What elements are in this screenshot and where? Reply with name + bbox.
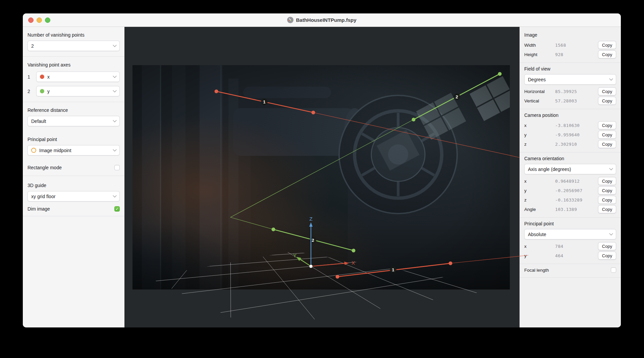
copy-orient-x-button[interactable]: Copy [598, 177, 616, 185]
copy-orient-y-button[interactable]: Copy [598, 186, 616, 194]
cam-pos-z-value: 2.302910 [555, 142, 598, 147]
orientation-mode-value: Axis angle (degrees) [528, 167, 610, 172]
orient-z-value: -0.1633289 [555, 197, 598, 203]
copy-fov-horizontal-button[interactable]: Copy [598, 87, 616, 95]
minimize-button[interactable] [37, 17, 42, 23]
divider [520, 109, 621, 109]
divider [23, 56, 124, 57]
principal-point-value: Image midpoint [39, 148, 113, 153]
chevron-down-icon [609, 231, 613, 235]
settings-sidebar: Number of vanishing points 2 Vanishing p… [23, 27, 124, 327]
vp1-axis-select[interactable]: x [36, 72, 120, 82]
image-canvas[interactable]: 1 1 2 2 [124, 27, 520, 327]
chevron-down-icon [113, 74, 116, 78]
divider [520, 217, 621, 218]
vp1-index: 1 [28, 74, 32, 80]
orient-angle-value: 103.1389 [555, 207, 598, 212]
checkmark-icon: ✓ [115, 207, 119, 211]
rectangle-mode-checkbox[interactable] [114, 165, 120, 170]
cam-pos-z-label: z [524, 142, 555, 147]
titlebar: BathHouseINTPump.fspy [23, 13, 621, 27]
vp2-axis-select[interactable]: y [36, 86, 120, 96]
orient-angle-label: Angle [524, 207, 555, 212]
width-value: 1568 [555, 43, 598, 48]
copy-orient-angle-button[interactable]: Copy [598, 205, 616, 213]
copy-pp-x-button[interactable]: Copy [598, 242, 616, 250]
cam-pos-y-label: y [524, 132, 555, 137]
vp-count-label: Number of vanishing points [28, 32, 120, 38]
image-header: Image [524, 32, 616, 38]
pp-y-label: y [524, 253, 555, 258]
cam-pos-y-value: -9.959640 [555, 132, 598, 137]
principal-point-mode-select[interactable]: Absolute [524, 229, 616, 239]
copy-pp-y-button[interactable]: Copy [598, 252, 616, 260]
focal-length-checkbox[interactable] [611, 267, 616, 273]
vp-count-value: 2 [31, 43, 113, 49]
copy-fov-vertical-button[interactable]: Copy [598, 97, 616, 105]
principal-point-icon [31, 148, 36, 153]
results-panel: Image Width 1568 Copy Height 928 Copy Fi… [520, 27, 621, 327]
copy-cam-pos-x-button[interactable]: Copy [598, 121, 616, 129]
vp2-index: 2 [28, 89, 32, 94]
orient-x-label: x [524, 179, 555, 184]
divider [23, 216, 124, 216]
guide-3d-value: xy grid floor [31, 194, 113, 199]
vp2-color-dot-icon [40, 89, 44, 93]
traffic-lights [28, 13, 50, 27]
vp-count-select[interactable]: 2 [28, 41, 120, 51]
title-wrap: BathHouseINTPump.fspy [287, 17, 356, 23]
orient-y-label: y [524, 188, 555, 193]
focal-length-label: Focal length [524, 268, 549, 273]
divider [520, 62, 621, 63]
principal-point-label: Principal point [28, 137, 120, 142]
height-value: 928 [555, 52, 598, 57]
chevron-down-icon [113, 43, 116, 47]
cam-pos-x-value: -3.810630 [555, 123, 598, 128]
fspy-app-icon [287, 17, 293, 23]
principal-point-header: Principal point [524, 221, 616, 226]
pp-x-label: x [524, 244, 555, 249]
reference-distance-select[interactable]: Default [28, 116, 120, 126]
chevron-down-icon [113, 88, 116, 92]
reference-distance-value: Default [31, 119, 113, 124]
chevron-down-icon [113, 147, 116, 151]
dim-image-checkbox[interactable]: ✓ [114, 206, 120, 212]
fov-unit-value: Degrees [528, 77, 610, 82]
orient-z-label: z [524, 197, 555, 203]
screen: BathHouseINTPump.fspy Number of vanishin… [0, 0, 644, 358]
chevron-down-icon [609, 77, 613, 80]
orient-y-value: -0.2056907 [555, 188, 598, 193]
principal-point-select[interactable]: Image midpoint [28, 145, 120, 155]
width-label: Width [524, 43, 555, 48]
divider [520, 264, 621, 264]
copy-cam-pos-y-button[interactable]: Copy [598, 131, 616, 139]
principal-point-mode-value: Absolute [528, 232, 610, 237]
vp1-axis-value: x [47, 74, 113, 80]
guide-3d-select[interactable]: xy grid floor [28, 191, 120, 202]
orientation-mode-select[interactable]: Axis angle (degrees) [524, 164, 616, 174]
chevron-down-icon [113, 193, 116, 197]
fov-horizontal-label: Horizontal [524, 89, 555, 94]
close-button[interactable] [28, 17, 34, 23]
zoom-button[interactable] [45, 17, 50, 23]
divider [23, 102, 124, 102]
copy-orient-z-button[interactable]: Copy [598, 196, 616, 204]
chevron-down-icon [609, 166, 613, 170]
fov-vertical-value: 57.28003 [555, 98, 598, 103]
fov-unit-select[interactable]: Degrees [524, 74, 616, 85]
chevron-down-icon [113, 118, 116, 122]
divider [23, 176, 124, 176]
height-label: Height [524, 52, 555, 57]
copy-cam-pos-z-button[interactable]: Copy [598, 140, 616, 148]
camera-position-header: Camera position [524, 113, 616, 118]
divider [520, 152, 621, 152]
vp2-axis-value: y [47, 89, 113, 94]
photo [132, 65, 510, 289]
copy-width-button[interactable]: Copy [598, 41, 616, 49]
fov-header: Field of view [524, 66, 616, 72]
vp1-color-dot-icon [40, 75, 44, 79]
fov-vertical-label: Vertical [524, 98, 555, 103]
copy-height-button[interactable]: Copy [598, 50, 616, 58]
pp-x-value: 784 [555, 244, 598, 249]
window-title: BathHouseINTPump.fspy [296, 17, 356, 23]
